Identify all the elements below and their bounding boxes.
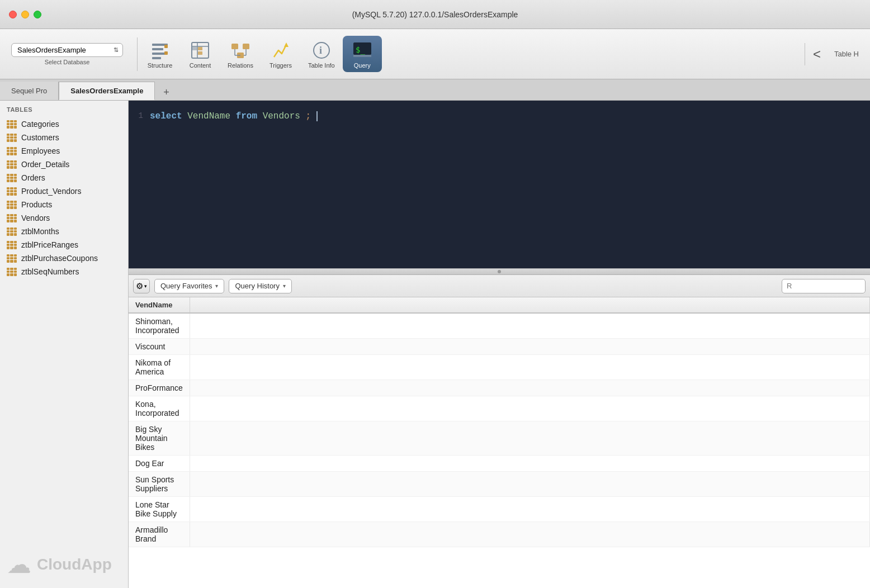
tab-sales-orders[interactable]: SalesOrdersExample bbox=[59, 82, 155, 100]
sidebar-item-categories[interactable]: Categories bbox=[0, 117, 128, 131]
sidebar-item-orders[interactable]: Orders bbox=[0, 171, 128, 184]
svg-text:$_: $_ bbox=[356, 45, 365, 55]
table-row[interactable]: Viscount bbox=[129, 339, 870, 355]
maximize-button[interactable] bbox=[34, 11, 41, 18]
sidebar-item-product-vendors[interactable]: Product_Vendors bbox=[0, 184, 128, 198]
sidebar-item-ztblmonths[interactable]: ztblMonths bbox=[0, 225, 128, 238]
column-empty bbox=[190, 297, 869, 313]
toolbar-relations-button[interactable]: Relations bbox=[221, 36, 260, 72]
code-vendors: Vendors bbox=[263, 111, 300, 121]
main-area: TABLES Categories Customers bbox=[0, 101, 870, 588]
toolbar-triggers-button[interactable]: Triggers bbox=[261, 36, 300, 72]
table-row[interactable]: Nikoma of America bbox=[129, 355, 870, 380]
svg-rect-5 bbox=[164, 51, 168, 55]
sidebar-item-order-details[interactable]: Order_Details bbox=[0, 158, 128, 171]
toolbar-tableinfo-button[interactable]: i Table Info bbox=[301, 36, 342, 72]
table-icon bbox=[7, 254, 17, 263]
table-icon bbox=[7, 160, 17, 169]
title-bar: (MySQL 5.7.20) 127.0.0.1/SalesOrdersExam… bbox=[0, 0, 870, 29]
gear-chevron-icon: ▾ bbox=[144, 283, 147, 289]
results-table: VendName Shinoman, IncorporatedViscountN… bbox=[129, 297, 870, 547]
table-row[interactable]: Dog Ear bbox=[129, 456, 870, 472]
gear-button[interactable]: ⚙ ▾ bbox=[133, 279, 150, 293]
sidebar-header: TABLES bbox=[0, 101, 128, 116]
back-button[interactable]: < bbox=[805, 43, 829, 65]
query-favorites-button[interactable]: Query Favorites ▾ bbox=[154, 279, 224, 293]
line-numbers: 1 bbox=[129, 101, 150, 268]
cloud-icon: ☁ bbox=[7, 552, 31, 577]
table-row[interactable]: ProFormance bbox=[129, 380, 870, 396]
query-label: Query bbox=[354, 62, 371, 69]
column-vendname: VendName bbox=[129, 297, 190, 313]
relations-icon bbox=[229, 39, 252, 61]
tab-sequel-pro[interactable]: Sequel Pro bbox=[0, 82, 59, 100]
add-tab-button[interactable]: + bbox=[157, 84, 175, 100]
svg-rect-2 bbox=[152, 53, 166, 55]
sidebar: TABLES Categories Customers bbox=[0, 101, 129, 588]
gear-icon: ⚙ bbox=[136, 281, 143, 291]
close-button[interactable] bbox=[9, 11, 17, 18]
sidebar-item-ztblseqnumbers[interactable]: ztblSeqNumbers bbox=[0, 265, 128, 278]
query-favorites-label: Query Favorites bbox=[160, 282, 212, 290]
svg-rect-4 bbox=[164, 45, 168, 48]
structure-label: Structure bbox=[148, 62, 173, 69]
filter-input[interactable] bbox=[782, 279, 866, 293]
svg-text:i: i bbox=[319, 45, 322, 56]
sidebar-item-customers[interactable]: Customers bbox=[0, 131, 128, 144]
resizer-dot bbox=[498, 270, 501, 273]
sidebar-item-products[interactable]: Products bbox=[0, 198, 128, 211]
table-row[interactable]: Sun Sports Suppliers bbox=[129, 472, 870, 497]
toolbar-query-button[interactable]: $_ Query bbox=[343, 36, 382, 72]
table-icon bbox=[7, 214, 17, 222]
sidebar-item-employees[interactable]: Employees bbox=[0, 144, 128, 158]
svg-rect-13 bbox=[243, 44, 249, 49]
code-editor[interactable]: 1 select VendName from Vendors ; bbox=[129, 101, 870, 268]
sidebar-item-ztblpurchasecoupons[interactable]: ztblPurchaseCoupons bbox=[0, 252, 128, 265]
results-table-wrapper: VendName Shinoman, IncorporatedViscountN… bbox=[129, 297, 870, 588]
query-history-label: Query History bbox=[235, 282, 279, 290]
code-vendname: VendName bbox=[187, 111, 230, 121]
svg-rect-11 bbox=[192, 47, 197, 50]
svg-rect-10 bbox=[198, 51, 202, 55]
table-icon bbox=[7, 134, 17, 142]
tab-bar: Sequel Pro SalesOrdersExample + bbox=[0, 79, 870, 101]
toolbar-content-button[interactable]: Content bbox=[181, 36, 220, 72]
toolbar-icons: Structure Content bbox=[140, 36, 382, 72]
table-icon bbox=[7, 120, 17, 129]
query-history-button[interactable]: Query History ▾ bbox=[229, 279, 291, 293]
table-h-label: Table H bbox=[829, 46, 864, 61]
db-selector-label: Select Database bbox=[45, 59, 90, 65]
svg-rect-1 bbox=[152, 48, 163, 50]
sidebar-item-vendors[interactable]: Vendors bbox=[0, 211, 128, 225]
table-row[interactable]: Shinoman, Incorporated bbox=[129, 313, 870, 339]
table-row[interactable]: Lone Star Bike Supply bbox=[129, 497, 870, 522]
svg-rect-24 bbox=[353, 55, 371, 57]
table-icon bbox=[7, 187, 17, 196]
sidebar-item-ztblpriceranges[interactable]: ztblPriceRanges bbox=[0, 238, 128, 252]
relations-label: Relations bbox=[228, 62, 253, 69]
toolbar-structure-button[interactable]: Structure bbox=[140, 36, 179, 72]
svg-marker-19 bbox=[284, 42, 289, 47]
table-icon bbox=[7, 227, 17, 236]
code-content[interactable]: select VendName from Vendors ; bbox=[150, 101, 870, 268]
cloud-logo: ☁ CloudApp bbox=[0, 541, 128, 588]
triggers-icon bbox=[269, 39, 292, 61]
resizer[interactable] bbox=[129, 268, 870, 275]
window-title: (MySQL 5.7.20) 127.0.0.1/SalesOrdersExam… bbox=[352, 10, 518, 19]
query-favorites-chevron-icon: ▾ bbox=[215, 283, 218, 289]
minimize-button[interactable] bbox=[21, 11, 29, 18]
traffic-lights bbox=[9, 11, 41, 18]
table-row[interactable]: Armadillo Brand bbox=[129, 522, 870, 547]
toolbar-separator bbox=[137, 37, 138, 71]
db-dropdown[interactable]: SalesOrdersExample bbox=[11, 43, 123, 57]
table-icon bbox=[7, 241, 17, 249]
tableinfo-label: Table Info bbox=[308, 62, 335, 69]
table-row[interactable]: Big Sky Mountain Bikes bbox=[129, 421, 870, 456]
tableinfo-icon: i bbox=[310, 39, 333, 61]
table-row[interactable]: Kona, Incorporated bbox=[129, 396, 870, 421]
table-list: Categories Customers Employees bbox=[0, 116, 128, 541]
query-icon: $_ bbox=[351, 39, 373, 61]
code-semicolon: ; bbox=[305, 111, 311, 121]
query-history-chevron-icon: ▾ bbox=[283, 283, 286, 289]
toolbar-right: < Table H bbox=[805, 43, 864, 65]
